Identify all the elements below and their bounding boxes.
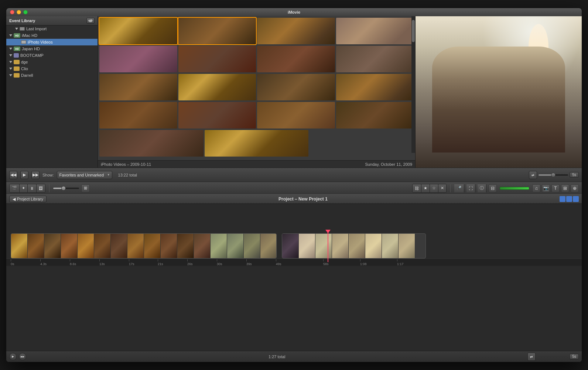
- total-time: 1:27 total: [28, 354, 525, 359]
- slider-thumb-handle[interactable]: [61, 186, 66, 191]
- wand-button[interactable]: ✦: [20, 184, 28, 192]
- event-thumbnail[interactable]: [99, 46, 177, 72]
- ruler-mark-4: 17s: [129, 259, 134, 266]
- share-button[interactable]: ⊕: [571, 184, 579, 192]
- fx-button[interactable]: ⊞: [561, 184, 569, 192]
- reject-button[interactable]: ✕: [438, 184, 446, 192]
- star-empty-button[interactable]: ☆: [430, 184, 438, 192]
- toolbar-controls: ◀◀ ▶ ▶▶ Show: Favorites and Unmarked ▼ 1…: [6, 168, 582, 182]
- event-thumbnail[interactable]: [257, 74, 335, 100]
- playhead[interactable]: [328, 230, 328, 262]
- timeline-play2-button[interactable]: ▶▶: [19, 353, 26, 360]
- slider-thumb[interactable]: [551, 173, 555, 177]
- sidebar-cloud-button[interactable]: [86, 18, 95, 24]
- play-button[interactable]: ▶: [20, 171, 28, 179]
- mic-button[interactable]: 🎤: [454, 184, 464, 192]
- sidebar-item-label: Darrell: [21, 73, 33, 78]
- clip-slider[interactable]: [539, 174, 568, 176]
- timeline-play-button[interactable]: ▶: [9, 353, 17, 360]
- sidebar: Event Library Last Import: [6, 16, 98, 168]
- event-thumbnail[interactable]: [257, 18, 335, 44]
- event-thumbnail[interactable]: [99, 130, 204, 157]
- star-button[interactable]: ★: [421, 184, 430, 192]
- grid-button[interactable]: ⊞: [81, 184, 90, 192]
- sidebar-item-japan-hd[interactable]: HD Japan HD: [6, 45, 98, 52]
- folder-icon: [14, 66, 20, 71]
- sidebar-item-iphoto-videos[interactable]: iPhoto Videos: [6, 39, 98, 45]
- scrollbar-vertical[interactable]: [411, 16, 415, 153]
- play-icon: ▶: [23, 172, 26, 177]
- close-button[interactable]: [10, 10, 14, 14]
- project-library-button[interactable]: ◀ Project Library: [9, 196, 47, 202]
- clip-frame: [94, 234, 111, 258]
- scrollbar-thumb[interactable]: [412, 20, 415, 42]
- show-label: Show:: [42, 173, 54, 177]
- event-thumbnail[interactable]: [178, 18, 256, 44]
- event-thumbnail[interactable]: [99, 74, 177, 100]
- minimize-button[interactable]: [17, 10, 21, 14]
- ruler-mark-0: 0s: [11, 259, 14, 266]
- clip-frame: [78, 234, 94, 258]
- ruler-label: 0s: [11, 262, 14, 266]
- clip-frame: [144, 234, 161, 258]
- event-thumbnail[interactable]: [336, 46, 414, 72]
- pause-button[interactable]: ⏸: [28, 184, 37, 192]
- sidebar-item-clio[interactable]: Clio: [6, 65, 98, 72]
- view-btn-2[interactable]: [566, 196, 572, 202]
- event-thumbnail[interactable]: [205, 130, 309, 157]
- grid-view-button[interactable]: ⊟: [489, 184, 497, 192]
- clip-group-dog[interactable]: [11, 233, 277, 258]
- maximize-button[interactable]: [23, 10, 28, 14]
- zoom-back-button[interactable]: ⇄: [527, 353, 536, 361]
- zoom-slider-input[interactable]: [53, 188, 79, 189]
- project-library-label: Project Library: [17, 197, 43, 201]
- sidebar-item-bootcamp[interactable]: BOOTCAMP: [6, 52, 98, 59]
- connect-button[interactable]: ⛓: [413, 184, 421, 192]
- ruler-mark-5: 21s: [158, 259, 163, 266]
- event-thumbnail[interactable]: [178, 102, 256, 129]
- forward-button[interactable]: ▶▶: [31, 171, 40, 179]
- event-thumbnail[interactable]: [99, 102, 177, 129]
- camera-tool-group: 🎬 ✦ ⏸ 🖼: [9, 184, 45, 193]
- event-thumbnail[interactable]: [336, 18, 414, 44]
- bootcamp-icon: [14, 53, 19, 58]
- event-thumbnail[interactable]: [178, 46, 256, 72]
- sidebar-title: Event Library: [9, 18, 35, 23]
- event-thumbnail[interactable]: [99, 18, 177, 44]
- timeline-area[interactable]: 0s 4.3s 8.6s 13s: [6, 204, 582, 351]
- event-thumbnail[interactable]: [257, 102, 335, 129]
- event-thumbnail[interactable]: [336, 102, 414, 129]
- photo-button[interactable]: 🖼: [37, 184, 45, 192]
- event-full-date: Sunday, October 11, 2009: [365, 162, 412, 167]
- ruler-tick: [11, 259, 11, 261]
- sidebar-item-last-import[interactable]: Last Import: [6, 25, 98, 32]
- crop-button[interactable]: ⛶: [466, 184, 475, 192]
- photo2-button[interactable]: 📷: [542, 184, 550, 192]
- sidebar-item-darrell[interactable]: Darrell: [6, 72, 98, 79]
- view-btn-1[interactable]: [560, 196, 565, 202]
- event-grid[interactable]: [98, 16, 415, 160]
- titlebar: iMovie: [6, 8, 582, 16]
- ruler-tick: [397, 259, 397, 261]
- swap-button[interactable]: ⇄: [529, 171, 537, 179]
- clip-group-church[interactable]: [282, 233, 426, 258]
- zoom-slider-control[interactable]: [538, 356, 567, 357]
- view-btn-3[interactable]: [573, 196, 579, 202]
- event-thumbnail[interactable]: [257, 46, 335, 72]
- ruler-label: 8.6s: [70, 262, 76, 266]
- event-thumbnail[interactable]: [178, 74, 256, 100]
- music-button[interactable]: ♫: [532, 184, 540, 192]
- right-tools: ⊟ ♫ 📷 T ⊞ ⊕: [489, 184, 579, 192]
- camera-button[interactable]: 🎬: [10, 184, 20, 192]
- cloud-icon: [88, 19, 93, 23]
- sidebar-item-imac-hd[interactable]: HD iMac HD: [6, 32, 98, 39]
- text-button[interactable]: T: [551, 184, 560, 192]
- sidebar-item-dge[interactable]: dge: [6, 59, 98, 65]
- back-button[interactable]: ◀◀: [9, 171, 17, 179]
- event-thumbnail[interactable]: [336, 74, 414, 100]
- ruler-mark-7: 30s: [217, 259, 222, 266]
- show-dropdown[interactable]: Favorites and Unmarked ▼: [57, 171, 112, 179]
- info-button[interactable]: ⓘ: [478, 184, 486, 192]
- ruler-label: 1:17: [397, 262, 404, 266]
- church-figures: [432, 47, 565, 153]
